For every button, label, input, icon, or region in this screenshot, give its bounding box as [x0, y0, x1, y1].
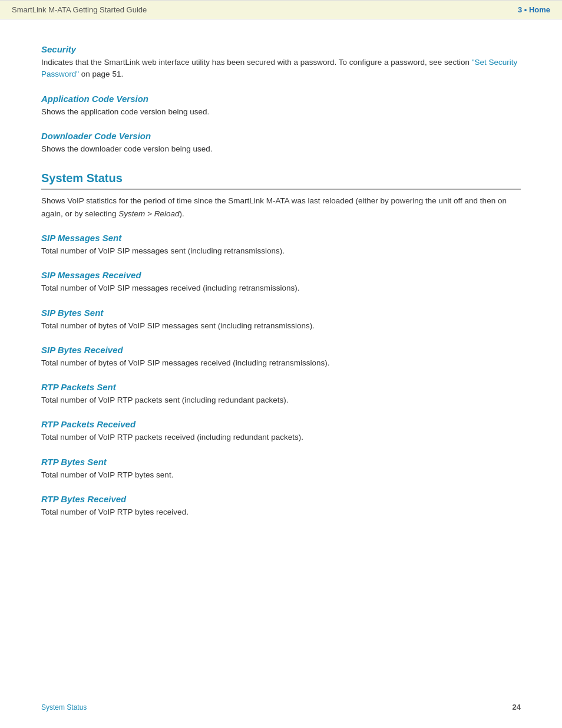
- rtp-packets-received-section: RTP Packets Received Total number of VoI…: [41, 419, 521, 443]
- header-nav: 3 • Home: [518, 5, 550, 14]
- sip-bytes-received-section: SIP Bytes Received Total number of bytes…: [41, 345, 521, 369]
- rtp-packets-received-heading: RTP Packets Received: [41, 419, 521, 429]
- downloader-code-version-heading: Downloader Code Version: [41, 131, 521, 141]
- rtp-packets-sent-text: Total number of VoIP RTP packets sent (i…: [41, 394, 521, 406]
- footer-bar: System Status 24: [0, 698, 562, 716]
- rtp-bytes-received-heading: RTP Bytes Received: [41, 494, 521, 504]
- footer-right: 24: [513, 703, 521, 711]
- rtp-bytes-sent-heading: RTP Bytes Sent: [41, 457, 521, 467]
- sip-messages-received-section: SIP Messages Received Total number of Vo…: [41, 270, 521, 294]
- rtp-bytes-sent-section: RTP Bytes Sent Total number of VoIP RTP …: [41, 457, 521, 481]
- sip-bytes-sent-text: Total number of bytes of VoIP SIP messag…: [41, 320, 521, 332]
- security-heading: Security: [41, 44, 521, 54]
- header-bar: SmartLink M-ATA Getting Started Guide 3 …: [0, 0, 562, 19]
- sip-bytes-received-text: Total number of bytes of VoIP SIP messag…: [41, 357, 521, 369]
- rtp-packets-sent-heading: RTP Packets Sent: [41, 382, 521, 392]
- security-section: Security Indicates that the SmartLink we…: [41, 44, 521, 81]
- sip-messages-received-text: Total number of VoIP SIP messages receiv…: [41, 282, 521, 294]
- system-status-description: Shows VoIP statistics for the period of …: [41, 195, 521, 220]
- system-status-section: System Status Shows VoIP statistics for …: [41, 172, 521, 518]
- rtp-bytes-sent-text: Total number of VoIP RTP bytes sent.: [41, 469, 521, 481]
- security-text: Indicates that the SmartLink web interfa…: [41, 57, 521, 81]
- sip-bytes-sent-heading: SIP Bytes Sent: [41, 308, 521, 318]
- content-area: Security Indicates that the SmartLink we…: [0, 19, 562, 544]
- downloader-code-version-section: Downloader Code Version Shows the downlo…: [41, 131, 521, 155]
- rtp-packets-received-text: Total number of VoIP RTP packets receive…: [41, 431, 521, 443]
- rtp-bytes-received-section: RTP Bytes Received Total number of VoIP …: [41, 494, 521, 518]
- app-code-version-section: Application Code Version Shows the appli…: [41, 94, 521, 118]
- footer-left: System Status: [41, 703, 87, 711]
- page-wrapper: SmartLink M-ATA Getting Started Guide 3 …: [0, 0, 562, 728]
- rtp-bytes-received-text: Total number of VoIP RTP bytes received.: [41, 506, 521, 518]
- app-code-version-text: Shows the application code version being…: [41, 106, 521, 118]
- sip-messages-received-heading: SIP Messages Received: [41, 270, 521, 280]
- system-status-heading: System Status: [41, 172, 521, 190]
- sip-bytes-received-heading: SIP Bytes Received: [41, 345, 521, 355]
- header-title: SmartLink M-ATA Getting Started Guide: [12, 5, 147, 14]
- sip-messages-sent-text: Total number of VoIP SIP messages sent (…: [41, 245, 521, 257]
- downloader-code-version-text: Shows the downloader code version being …: [41, 143, 521, 155]
- sip-messages-sent-section: SIP Messages Sent Total number of VoIP S…: [41, 233, 521, 257]
- rtp-packets-sent-section: RTP Packets Sent Total number of VoIP RT…: [41, 382, 521, 406]
- sip-messages-sent-heading: SIP Messages Sent: [41, 233, 521, 243]
- sip-bytes-sent-section: SIP Bytes Sent Total number of bytes of …: [41, 308, 521, 332]
- app-code-version-heading: Application Code Version: [41, 94, 521, 104]
